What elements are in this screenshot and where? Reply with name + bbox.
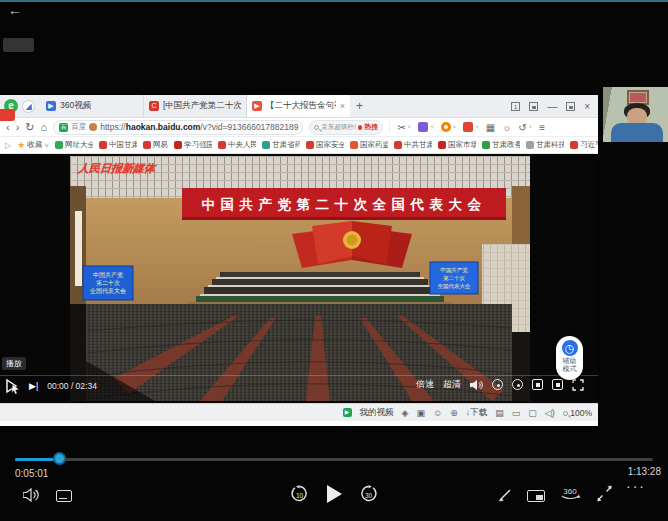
dropdown-icon[interactable]: ˅ <box>529 124 533 130</box>
volume-icon[interactable] <box>470 379 483 391</box>
recently-closed-icon[interactable]: ↺ <box>518 122 526 133</box>
fullscreen-button[interactable] <box>596 485 613 502</box>
video-frame-congress-hall[interactable]: 中国共产党第二十次全国代表大会 中国 <box>70 156 530 401</box>
bookmark-label: 国家药监 <box>360 140 388 150</box>
bookmark-item[interactable]: 国家药监 <box>350 140 388 150</box>
rewind-10-button[interactable]: 10 <box>290 485 309 503</box>
download-icon[interactable]: ↓下载 <box>466 407 488 419</box>
dropdown-icon[interactable]: ˅ <box>430 124 434 130</box>
login-box-icon[interactable]: 1 <box>511 102 520 111</box>
bookmark-label: 甘肃科技 <box>536 140 564 150</box>
bookmark-item[interactable]: 学习强国 <box>174 140 212 150</box>
site-safety-badge: 百 <box>59 123 68 132</box>
web-fullscreen-icon[interactable] <box>532 379 543 390</box>
svg-text:全国代表大会: 全国代表大会 <box>89 287 126 295</box>
bookmark-label: 中共甘肃 <box>404 140 432 150</box>
bookmark-item[interactable]: 国家安全 <box>306 140 344 150</box>
tab-favicon: C <box>149 101 159 111</box>
quality-button[interactable]: 超清 <box>443 378 461 391</box>
dropdown-icon[interactable]: ˅ <box>475 124 479 130</box>
playback-speed-button[interactable]: 倍速 <box>416 378 434 391</box>
picture-in-picture-button[interactable] <box>527 490 545 502</box>
url-field[interactable]: 百 百度 https://haokan.baidu.com/v?vid=9136… <box>53 120 303 135</box>
play-button[interactable] <box>4 378 20 394</box>
nav-forward-icon[interactable]: › <box>16 122 20 133</box>
expand-arrows-icon <box>596 485 613 502</box>
tab-report-video-active[interactable]: ▶ 【二十大报告金句视频版.. × <box>247 95 350 117</box>
progress-track[interactable] <box>15 458 653 461</box>
dropdown-icon[interactable]: ˅ <box>408 124 412 130</box>
split-screen-icon[interactable] <box>529 102 538 111</box>
side-red-badge[interactable] <box>0 109 15 121</box>
adblock-icon[interactable]: ⊛ <box>450 408 458 418</box>
side-led-screen-right: 中国共产党 第二十次 全国代表大会 <box>430 262 478 294</box>
dropdown-icon[interactable]: ˅ <box>453 124 457 130</box>
bookmark-item[interactable]: 甘肃省药 <box>262 140 300 150</box>
dropdown-icon: ˅ <box>44 141 49 150</box>
task-panel-icon[interactable]: ▤ <box>495 408 504 418</box>
my-video-icon: ▶ <box>343 408 352 417</box>
screenshot-scissors-icon[interactable]: ✂ <box>397 122 405 133</box>
reading-mode-icon[interactable]: ▭ <box>512 408 521 418</box>
bookmark-item[interactable]: 习近平 <box>570 140 598 150</box>
search-box[interactable]: 京东超级秒杀价低至1 热搜 <box>309 120 383 135</box>
my-video-button[interactable]: 我的视频 <box>360 407 394 419</box>
security-shield-icon[interactable]: ◈ <box>402 408 409 418</box>
annotate-pen-button[interactable] <box>498 486 514 502</box>
svg-text:第二十次: 第二十次 <box>96 279 120 286</box>
zoom-level[interactable]: 100% <box>563 408 592 418</box>
bookmark-item[interactable]: 中央人民 <box>218 140 256 150</box>
play-pause-button[interactable] <box>325 484 343 504</box>
sidebar-toggle-icon[interactable]: ▷ <box>5 141 11 150</box>
settings-icon[interactable] <box>512 379 523 390</box>
inner-seek-bar[interactable] <box>0 375 598 376</box>
bookmark-item[interactable]: 甘肃科技 <box>526 140 564 150</box>
hot-flame-icon <box>358 125 362 130</box>
bookmark-item[interactable]: 网址大全 <box>55 140 93 150</box>
bookmark-item[interactable]: 网易 <box>143 140 168 150</box>
bookmark-favicon <box>99 141 107 149</box>
rotate-360-button[interactable]: 360 <box>559 485 581 502</box>
navigation-compass-icon[interactable]: ◢ <box>22 100 35 113</box>
wallet-shield-icon[interactable] <box>441 122 451 132</box>
new-tab-button[interactable]: + <box>356 99 363 113</box>
window-icon[interactable]: ▢ <box>528 408 537 418</box>
minimize-button[interactable]: — <box>547 101 557 112</box>
captions-button[interactable] <box>56 490 72 502</box>
extension-icon[interactable] <box>418 122 428 132</box>
danmaku-toggle-icon[interactable] <box>492 379 503 390</box>
bookmark-label: 学习强国 <box>184 140 212 150</box>
widescreen-icon[interactable] <box>552 379 563 390</box>
progress-thumb[interactable] <box>53 452 66 465</box>
svg-text:360: 360 <box>563 487 577 496</box>
mute-speaker-icon[interactable]: ◁) <box>545 408 555 418</box>
bookmark-item[interactable]: 国家市场 <box>438 140 476 150</box>
mood-icon[interactable]: ☺ <box>433 408 442 418</box>
back-button[interactable]: ← <box>8 3 22 17</box>
menu-icon[interactable]: ≡ <box>539 122 545 133</box>
tab-close-icon[interactable]: × <box>340 101 345 111</box>
next-video-button[interactable]: ▶| <box>29 381 38 391</box>
bookmark-favorites[interactable]: ★ 收藏 ˅ <box>17 140 49 150</box>
skin-icon[interactable]: ☼ <box>502 122 511 133</box>
bookmark-item[interactable]: 中国甘肃 <box>99 140 137 150</box>
volume-button[interactable] <box>23 488 40 502</box>
tab-congress-article[interactable]: C [中国共产党第二十次全国代.. <box>144 95 247 117</box>
back-arrow-icon: ← <box>8 2 22 18</box>
bookmark-item[interactable]: 中共甘肃 <box>394 140 432 150</box>
more-options-button[interactable]: ··· <box>626 478 646 494</box>
window-clean-icon[interactable]: ▣ <box>417 408 426 418</box>
reader-grid-icon[interactable]: ▦ <box>301 123 303 132</box>
assist-mode-button[interactable]: ◷ 辅助 模式 <box>556 336 583 380</box>
home-icon[interactable]: ⌂ <box>41 122 48 133</box>
bookmark-item[interactable]: 甘肃政务 <box>482 140 520 150</box>
close-window-button[interactable]: × <box>584 101 590 112</box>
nav-back-icon[interactable]: ‹ <box>6 122 10 133</box>
fullscreen-icon[interactable] <box>572 379 584 391</box>
maximize-button[interactable] <box>566 102 575 111</box>
refresh-icon[interactable]: ↻ <box>25 122 34 133</box>
apps-grid-icon[interactable]: ▦ <box>486 122 495 133</box>
game-center-icon[interactable] <box>463 122 473 132</box>
forward-30-button[interactable]: 30 <box>359 485 378 503</box>
tab-360-video[interactable]: ▶ 360视频 <box>41 95 144 117</box>
